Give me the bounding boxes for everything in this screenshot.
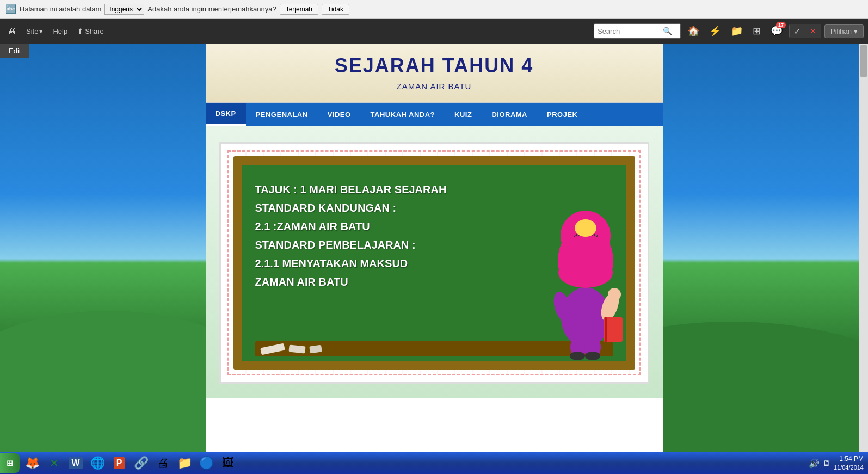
terjemah-button[interactable]: Terjemah — [280, 4, 318, 15]
pilihan-chevron-icon: ▾ — [854, 27, 858, 35]
expand-button[interactable]: ⤢ — [790, 24, 805, 38]
start-button[interactable]: ⊞ — [0, 453, 20, 473]
expand-close-group: ⤢ ✕ — [789, 24, 821, 38]
chrome2-icon: 🔵 — [199, 456, 214, 470]
taskbar-display-icon: 🖥 — [823, 459, 830, 467]
translation-bar: 🔤 Halaman ini adalah dalam Inggeris Adak… — [0, 0, 868, 19]
svg-point-26 — [570, 352, 585, 360]
help-button[interactable]: Help — [50, 25, 71, 38]
pilihan-button[interactable]: Pilihan ▾ — [824, 24, 864, 38]
chalk-line-1: TAJUK : 1 MARI BELAJAR SEJARAH — [255, 180, 613, 199]
windows-logo-icon: ⊞ — [7, 459, 13, 467]
content-wrapper: Edit SEJARAH TAHUN 4 ZAMAN AIR BATU DSKP… — [0, 44, 868, 474]
translation-prefix: Halaman ini adalah dalam — [20, 5, 101, 13]
svg-line-13 — [576, 234, 577, 236]
taskbar-app-word[interactable]: W — [65, 454, 86, 472]
browser-toolbar: 🖨 Site ▾ Help ⬆ Share 🔍 🏠 ⚡ 📁 ⊞ 💬 17 ⤢ ✕… — [0, 19, 868, 44]
search-box[interactable]: 🔍 — [594, 23, 681, 39]
chrome-icon: 🌐 — [90, 456, 105, 470]
main-content: TAJUK : 1 MARI BELAJAR SEJARAH STANDARD … — [206, 126, 663, 398]
edit-button[interactable]: Edit — [0, 44, 29, 58]
powerpoint-icon: P — [114, 457, 125, 469]
cartoon-girl-svg — [539, 198, 632, 361]
svg-rect-23 — [605, 317, 607, 342]
nav-video[interactable]: VIDEO — [318, 103, 361, 126]
taskbar-time-display: 1:54 PM — [834, 454, 864, 464]
taskbar-app-chrome2[interactable]: 🔵 — [196, 454, 217, 472]
svg-point-21 — [575, 219, 596, 237]
scrollbar-thumb[interactable] — [860, 45, 867, 77]
nav-diorama[interactable]: DIORAMA — [482, 103, 537, 126]
content-panel: TAJUK : 1 MARI BELAJAR SEJARAH STANDARD … — [219, 142, 649, 384]
taskbar-app-folder[interactable]: 📁 — [174, 454, 195, 472]
taskbar-date-display: 11/04/2014 — [834, 464, 864, 472]
folder-icon[interactable]: 📁 — [728, 23, 746, 39]
page-container: SEJARAH TAHUN 4 ZAMAN AIR BATU DSKP PENG… — [206, 44, 663, 474]
taskbar-clock: 1:54 PM 11/04/2014 — [834, 454, 864, 472]
taskbar: ⊞ 🦊 ✕ W 🌐 P 🔗 🖨 📁 🔵 🖼 — [0, 452, 868, 474]
svg-point-3 — [608, 288, 621, 301]
refresh-icon[interactable]: ⚡ — [706, 23, 724, 39]
share-label: Share — [85, 27, 104, 35]
chalkboard-surface: TAJUK : 1 MARI BELAJAR SEJARAH STANDARD … — [242, 165, 626, 361]
scrollbar[interactable] — [859, 44, 868, 474]
taskbar-app-chrome[interactable]: 🌐 — [87, 454, 108, 472]
printer2-icon: 🖨 — [157, 456, 169, 470]
home-icon[interactable]: 🏠 — [684, 23, 703, 39]
site-subtitle: ZAMAN AIR BATU — [211, 82, 657, 91]
taskbar-app-powerpoint[interactable]: P — [109, 454, 130, 472]
language-select[interactable]: Inggeris — [104, 4, 144, 15]
grid-icon[interactable]: ⊞ — [749, 23, 764, 39]
chat-icon[interactable]: 💬 17 — [767, 23, 786, 39]
close-button[interactable]: ✕ — [805, 24, 821, 38]
word-icon: W — [69, 457, 82, 469]
firefox-icon: 🦊 — [25, 456, 40, 470]
network-icon: 🔗 — [134, 456, 149, 470]
search-icon: 🔍 — [663, 27, 672, 35]
chalk-piece-2 — [288, 344, 305, 353]
toolbar-left: 🖨 Site ▾ Help ⬆ Share — [4, 24, 590, 38]
excel-icon: ✕ — [50, 457, 59, 470]
taskbar-apps: 🦊 ✕ W 🌐 P 🔗 🖨 📁 🔵 🖼 — [20, 454, 804, 472]
svg-line-16 — [594, 234, 595, 236]
site-header: SEJARAH TAHUN 4 ZAMAN AIR BATU — [206, 44, 663, 103]
chalkboard-frame: TAJUK : 1 MARI BELAJAR SEJARAH STANDARD … — [233, 156, 635, 370]
pilihan-label: Pilihan — [830, 27, 852, 35]
nav-tahukah[interactable]: TAHUKAH ANDA? — [361, 103, 445, 126]
toolbar-right: 🔍 🏠 ⚡ 📁 ⊞ 💬 17 ⤢ ✕ Pilihan ▾ — [594, 23, 864, 39]
translation-suffix: Adakah anda ingin menterjemahkannya? — [147, 5, 276, 13]
volume-icon[interactable]: 🔊 — [809, 458, 820, 469]
nav-projek[interactable]: PROJEK — [537, 103, 587, 126]
nav-dskp[interactable]: DSKP — [206, 103, 246, 126]
chalk-piece-3 — [309, 344, 322, 353]
printer-toolbar-icon[interactable]: 🖨 — [4, 24, 20, 38]
site-navigation: DSKP PENGENALAN VIDEO TAHUKAH ANDA? KUIZ… — [206, 103, 663, 126]
nav-pengenalan[interactable]: PENGENALAN — [246, 103, 318, 126]
edit-button-container: Edit — [0, 44, 29, 58]
site-label: Site — [26, 27, 38, 35]
taskbar-app-excel[interactable]: ✕ — [44, 454, 64, 472]
nav-kuiz[interactable]: KUIZ — [445, 103, 482, 126]
translate-icon: 🔤 — [5, 4, 16, 14]
search-input[interactable] — [598, 27, 663, 35]
taskbar-app-firefox[interactable]: 🦊 — [22, 454, 42, 472]
share-arrow-icon: ⬆ — [77, 27, 83, 35]
folder2-icon: 📁 — [177, 456, 192, 470]
website-area: Edit SEJARAH TAHUN 4 ZAMAN AIR BATU DSKP… — [0, 44, 868, 474]
site-title: SEJARAH TAHUN 4 — [211, 54, 657, 77]
share-button[interactable]: ⬆ Share — [74, 25, 107, 38]
taskbar-app-printer[interactable]: 🖨 — [152, 454, 173, 472]
cartoon-girl — [539, 198, 632, 361]
taskbar-app-photos[interactable]: 🖼 — [218, 454, 238, 472]
svg-point-27 — [585, 352, 600, 360]
tidak-button[interactable]: Tidak — [322, 4, 349, 15]
taskbar-app-network[interactable]: 🔗 — [131, 454, 151, 472]
photos-icon: 🖼 — [222, 456, 234, 470]
floral-border: TAJUK : 1 MARI BELAJAR SEJARAH STANDARD … — [227, 150, 641, 375]
chalk-piece-1 — [260, 343, 285, 355]
taskbar-right: 🔊 🖥 1:54 PM 11/04/2014 — [804, 454, 868, 472]
site-chevron-icon: ▾ — [39, 27, 43, 35]
notification-badge: 17 — [776, 22, 786, 28]
site-menu-button[interactable]: Site ▾ — [23, 25, 46, 38]
